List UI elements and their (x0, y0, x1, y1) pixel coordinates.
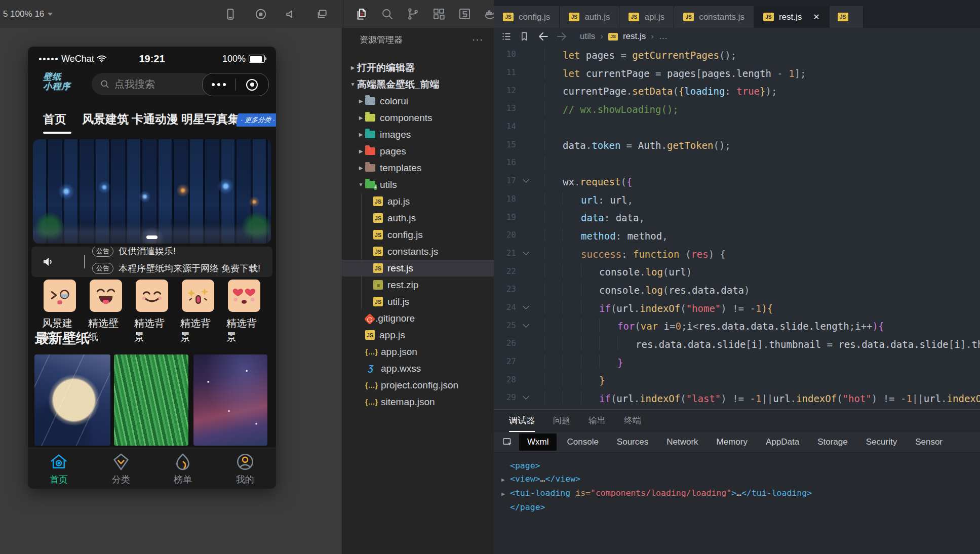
line-number[interactable]: 25 (494, 321, 516, 330)
panel-tab-调试器[interactable]: 调试器 (509, 410, 535, 432)
windows-icon[interactable] (313, 6, 330, 23)
tree-item-app.js[interactable]: JSapp.js (342, 327, 494, 343)
bookmark-icon[interactable] (519, 31, 529, 42)
more-categories-badge[interactable]: · 更多分类 · (236, 113, 276, 127)
mobile-icon[interactable] (222, 6, 239, 23)
line-number[interactable]: 13 (494, 103, 516, 113)
editor-tab-rest.js[interactable]: JSrest.js✕ (754, 6, 830, 28)
nav-tab-2[interactable]: 卡通动漫 (132, 111, 178, 127)
expand-arrow-icon[interactable]: ▶ (501, 488, 510, 501)
devtools-tab-Sources[interactable]: Sources (609, 433, 656, 451)
expand-arrow-icon[interactable]: ▶ (357, 148, 365, 154)
device-zoom-dropdown[interactable]: 5 100% 16 (3, 0, 53, 28)
tree-item-app.json[interactable]: {…}app.json (342, 343, 494, 360)
line-number[interactable]: 24 (494, 302, 516, 312)
tree-item-colorui[interactable]: ▶colorui (342, 93, 494, 109)
exit-button[interactable] (236, 79, 269, 91)
tabbar-item-home[interactable]: 首页 (28, 448, 90, 489)
wxml-node-3[interactable]: </page> (501, 501, 980, 514)
wallpaper-thumbnail-aurora[interactable] (193, 354, 267, 446)
source-control-icon[interactable] (403, 4, 423, 24)
fold-chevron-icon[interactable] (516, 324, 535, 327)
explorer-more-button[interactable]: ··· (472, 34, 483, 45)
wxml-node-2[interactable]: ▶<tui-loading is="components/loading/loa… (501, 487, 980, 501)
devtools-tab-Wxml[interactable]: Wxml (519, 433, 557, 451)
tree-item-util.js[interactable]: JSutil.js (342, 293, 494, 310)
nav-tab-0[interactable]: 首页 (43, 111, 66, 127)
tree-item-auth.js[interactable]: JSauth.js (342, 210, 494, 226)
files-icon[interactable] (351, 4, 371, 24)
line-number[interactable]: 16 (494, 157, 516, 167)
expand-arrow-icon[interactable]: ▶ (357, 98, 365, 104)
tree-item-project.config.json[interactable]: {…}project.config.json (342, 377, 494, 393)
tree-item-components[interactable]: ▶components (342, 109, 494, 126)
tree-item-templates[interactable]: ▶templates (342, 160, 494, 176)
line-number[interactable]: 21 (494, 248, 516, 258)
wallpaper-thumbnail-moon[interactable] (34, 354, 110, 446)
line-number[interactable]: 14 (494, 122, 516, 131)
line-number[interactable]: 28 (494, 375, 516, 384)
speaker-icon[interactable] (283, 6, 300, 23)
expand-arrow-icon[interactable]: ▼ (357, 182, 365, 187)
line-number[interactable]: 15 (494, 140, 516, 149)
tree-item-打开的编辑器[interactable]: ▶打开的编辑器 (342, 59, 494, 76)
wxml-node-1[interactable]: ▶<view>…</view> (501, 472, 980, 487)
devtools-tab-AppData[interactable]: AppData (758, 433, 807, 451)
devtools-tab-Memory[interactable]: Memory (709, 433, 756, 451)
tabbar-item-category[interactable]: 分类 (90, 448, 152, 489)
panel-tab-问题[interactable]: 问题 (553, 410, 570, 432)
category-tile-3[interactable]: 精选背景 (180, 280, 216, 344)
expand-arrow-icon[interactable]: ▶ (357, 132, 365, 137)
fold-chevron-icon[interactable] (516, 252, 535, 254)
close-icon[interactable]: ✕ (813, 12, 819, 22)
tree-item-app.wxss[interactable]: Ʒapp.wxss (342, 360, 494, 377)
tree-item-sitemap.json[interactable]: {…}sitemap.json (342, 393, 494, 410)
tree-item-rest.js[interactable]: JSrest.js (342, 260, 494, 276)
record-icon[interactable] (252, 6, 269, 23)
devtools-tab-Console[interactable]: Console (559, 433, 606, 451)
tree-item-rest.zip[interactable]: ≡rest.zip (342, 276, 494, 293)
line-number[interactable]: 29 (494, 392, 516, 402)
line-number[interactable]: 10 (494, 49, 516, 59)
line-number[interactable]: 19 (494, 212, 516, 222)
forward-arrow-icon[interactable] (556, 30, 568, 43)
tree-item-高端黑金壁纸_前端[interactable]: ▼高端黑金壁纸_前端 (342, 76, 494, 93)
tree-item-config.js[interactable]: JSconfig.js (342, 226, 494, 243)
devtools-tab-Sensor[interactable]: Sensor (907, 433, 951, 451)
breadcrumb-ellipsis[interactable]: … (659, 31, 668, 42)
devtools-tab-Security[interactable]: Security (858, 433, 905, 451)
fold-chevron-icon[interactable] (516, 306, 535, 308)
inspect-element-icon[interactable] (502, 437, 513, 448)
line-number[interactable]: 18 (494, 194, 516, 204)
editor-tab-config.js[interactable]: JSconfig.js (494, 6, 560, 28)
fold-chevron-icon[interactable] (516, 179, 535, 182)
line-number[interactable]: 20 (494, 230, 516, 240)
category-tile-4[interactable]: 精选背景 (226, 280, 262, 344)
tree-item-utils[interactable]: ▼+utils (342, 176, 494, 193)
banner-slider-image[interactable] (33, 139, 271, 244)
search-input[interactable]: 点我搜索 (92, 73, 213, 95)
category-tile-1[interactable]: 精选壁纸 (88, 280, 124, 344)
line-number[interactable]: 17 (494, 176, 516, 185)
line-number[interactable]: 26 (494, 338, 516, 348)
editor-tab-constants.js[interactable]: JSconstants.js (674, 6, 754, 28)
expand-arrow-icon[interactable]: ▶ (501, 473, 510, 487)
expand-arrow-icon[interactable]: ▶ (357, 115, 365, 121)
nav-tab-1[interactable]: 风景建筑 (82, 111, 129, 127)
panel-tab-终端[interactable]: 终端 (624, 410, 641, 432)
line-number[interactable]: 27 (494, 357, 516, 366)
line-number[interactable]: 22 (494, 266, 516, 276)
panel-tab-输出[interactable]: 输出 (589, 410, 606, 432)
line-number[interactable]: 11 (494, 67, 516, 77)
more-menu-button[interactable] (203, 83, 236, 86)
editor-tab-api.js[interactable]: JSapi.js (619, 6, 674, 28)
tree-item-images[interactable]: ▶images (342, 126, 494, 143)
devtools-tab-Network[interactable]: Network (658, 433, 706, 451)
tree-item-api.js[interactable]: JSapi.js (342, 193, 494, 210)
devtools-tab-Storage[interactable]: Storage (809, 433, 856, 451)
tree-item-constants.js[interactable]: JSconstants.js (342, 243, 494, 260)
expand-arrow-icon[interactable]: ▶ (357, 165, 365, 171)
search-icon[interactable] (377, 4, 397, 24)
editor-tab-auth.js[interactable]: JSauth.js (560, 6, 619, 28)
tabbar-item-rank[interactable]: 榜单 (152, 448, 214, 489)
